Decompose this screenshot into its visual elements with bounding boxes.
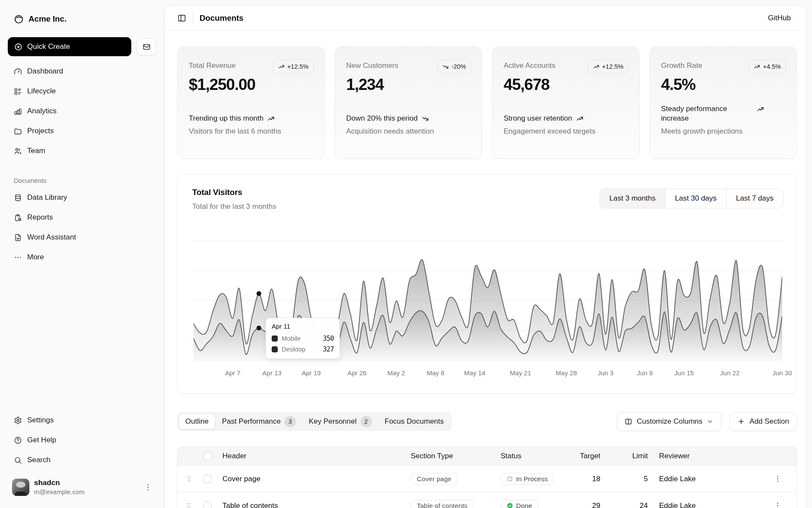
sidebar-item-label: Analytics (27, 107, 57, 115)
user-menu-icon[interactable] (144, 483, 152, 492)
sidebar-item-more[interactable]: More (8, 247, 156, 267)
customize-columns-button[interactable]: Customize Columns (617, 412, 721, 431)
row-header[interactable]: Cover page (219, 475, 407, 483)
tooltip-date: Apr 11 (272, 323, 334, 330)
add-section-button[interactable]: Add Section (730, 412, 797, 431)
section-type-badge: Table of contents (411, 500, 473, 508)
x-tick-label: Apr 7 (225, 369, 241, 377)
range-last-7-days[interactable]: Last 7 days (726, 189, 783, 208)
columns-icon (625, 418, 632, 425)
check-circle-icon (507, 502, 513, 508)
stat-headline: Trending up this month (189, 114, 313, 123)
trend-badge: -20% (437, 60, 471, 73)
github-link[interactable]: GitHub (768, 14, 791, 22)
tooltip-row: Desktop 327 (272, 344, 334, 355)
sidebar-item-dashboard[interactable]: Dashboard (8, 61, 156, 81)
tab-focus-documents[interactable]: Focus Documents (379, 414, 450, 429)
range-last-30-days[interactable]: Last 30 days (665, 189, 726, 208)
sections-table: Header Section Type Status Target Limit … (177, 447, 797, 508)
sidebar-item-team[interactable]: Team (8, 141, 156, 161)
table-row: Table of contents Table of contents Done… (178, 492, 796, 508)
row-checkbox[interactable] (203, 502, 212, 508)
x-tick-label: Jun 15 (674, 369, 694, 377)
stat-value: 1,234 (346, 75, 471, 94)
quick-create-button[interactable]: Quick Create (8, 37, 131, 56)
sidebar-item-lifecycle[interactable]: Lifecycle (8, 81, 156, 101)
select-all-checkbox[interactable] (203, 452, 212, 460)
row-reviewer[interactable]: Eddie Lake (656, 502, 764, 508)
sidebar-item-projects[interactable]: Projects (8, 121, 156, 141)
trending-up-icon (278, 64, 285, 70)
chart-title: Total Visitors (192, 188, 242, 197)
trending-up-icon (757, 105, 764, 113)
row-target[interactable]: 18 (580, 475, 608, 483)
sidebar: Acme Inc. Quick Create Dashboard Lifecyc… (0, 0, 164, 508)
chart-tooltip: Apr 11 Mobile 350 Desktop 327 (266, 318, 340, 359)
x-tick-label: Jun 3 (598, 369, 614, 377)
list-details-icon (14, 87, 22, 96)
tab-past-performance[interactable]: Past Performance3 (216, 414, 302, 429)
search-icon (14, 456, 22, 464)
drag-handle-icon[interactable] (185, 502, 193, 508)
drag-handle-icon[interactable] (185, 475, 193, 482)
sidebar-item-data-library[interactable]: Data Library (8, 188, 156, 208)
main-panel: Documents GitHub Total Revenue +12.5% $1… (164, 5, 807, 508)
stat-value: $1,250.00 (189, 75, 313, 94)
row-reviewer[interactable]: Eddie Lake (656, 475, 764, 483)
table-row: Cover page Cover page In Process 18 5 Ed… (178, 465, 796, 492)
x-tick-label: Jun 22 (720, 369, 739, 377)
trending-up-icon (576, 115, 584, 122)
row-limit[interactable]: 5 (608, 475, 656, 483)
row-menu-icon[interactable] (774, 502, 782, 508)
bar-chart-icon (14, 107, 22, 115)
x-tick-label: May 2 (387, 369, 405, 377)
row-target[interactable]: 29 (580, 502, 608, 508)
stat-headline: Steady performance increase (661, 104, 786, 123)
trending-up-icon (754, 64, 760, 70)
sidebar-item-get-help[interactable]: Get Help (8, 430, 156, 450)
trending-up-icon (267, 115, 275, 122)
sidebar-toggle-icon[interactable] (178, 14, 186, 22)
status-badge: Done (501, 500, 538, 508)
range-toggle-group: Last 3 months Last 30 days Last 7 days (599, 189, 783, 208)
sidebar-item-analytics[interactable]: Analytics (8, 101, 156, 121)
brand[interactable]: Acme Inc. (8, 10, 156, 28)
tab-key-personnel[interactable]: Key Personnel2 (303, 414, 378, 429)
database-icon (14, 194, 22, 202)
tab-count-badge: 2 (361, 416, 372, 427)
row-menu-icon[interactable] (774, 475, 782, 483)
range-last-3-months[interactable]: Last 3 months (600, 189, 665, 208)
plus-icon (737, 418, 745, 425)
tab-outline[interactable]: Outline (179, 414, 215, 429)
header-divider (193, 13, 193, 23)
user-menu[interactable]: shadcn m@example.com (8, 475, 156, 499)
sidebar-item-label: Reports (27, 213, 53, 222)
file-word-icon (14, 233, 22, 242)
stat-headline: Down 20% this period (346, 114, 471, 123)
sidebar-item-label: Projects (27, 127, 54, 135)
tab-count-badge: 3 (285, 416, 296, 427)
x-tick-label: May 14 (464, 369, 485, 377)
chart-subtitle: Total for the last 3 months (192, 202, 276, 211)
total-visitors-card: Total Visitors Total for the last 3 mont… (177, 174, 797, 394)
sidebar-item-search[interactable]: Search (8, 450, 156, 470)
folder-icon (14, 127, 22, 135)
report-icon (14, 214, 22, 222)
sidebar-item-label: Team (27, 147, 45, 155)
col-limit: Limit (608, 452, 656, 460)
sidebar-item-reports[interactable]: Reports (8, 208, 156, 227)
acme-logo-icon (14, 14, 24, 24)
row-header[interactable]: Table of contents (219, 502, 407, 508)
sidebar-item-word-assistant[interactable]: Word Assistant (8, 227, 156, 247)
trending-up-icon (593, 64, 599, 70)
circle-plus-icon (14, 43, 22, 51)
sections-toolbar: Outline Past Performance3 Key Personnel2… (177, 412, 797, 431)
users-icon (14, 147, 22, 155)
trending-down-icon (442, 64, 449, 70)
quick-create-label: Quick Create (27, 42, 70, 51)
ellipsis-icon (14, 253, 22, 262)
row-limit[interactable]: 24 (608, 502, 656, 508)
inbox-button[interactable] (136, 38, 156, 55)
row-checkbox[interactable] (203, 475, 212, 483)
sidebar-item-settings[interactable]: Settings (8, 410, 156, 430)
